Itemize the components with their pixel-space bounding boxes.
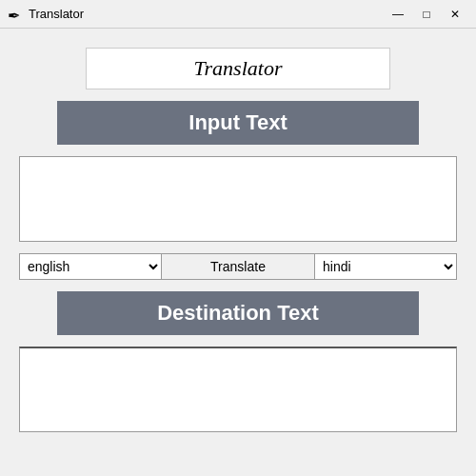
dest-language-select[interactable]: hindi english french spanish german — [314, 253, 457, 280]
input-header: Input Text — [57, 101, 419, 145]
maximize-button[interactable]: □ — [413, 4, 440, 25]
controls-row: english french spanish german chinese Tr… — [19, 253, 457, 280]
minimize-button[interactable]: — — [385, 4, 411, 25]
close-button[interactable]: ✕ — [442, 4, 468, 25]
translate-button[interactable]: Translate — [162, 253, 314, 280]
output-textarea[interactable] — [19, 347, 457, 432]
title-bar: ✒ Translator — □ ✕ — [0, 0, 476, 29]
title-bar-title: Translator — [29, 7, 84, 21]
title-bar-left: ✒ Translator — [8, 7, 84, 22]
source-language-select[interactable]: english french spanish german chinese — [19, 253, 162, 280]
app-content: Translator Input Text english french spa… — [0, 29, 476, 451]
output-header: Destination Text — [57, 291, 419, 335]
title-bar-controls: — □ ✕ — [385, 4, 468, 25]
input-textarea[interactable] — [19, 156, 457, 242]
app-icon: ✒ — [8, 7, 23, 22]
app-title: Translator — [86, 48, 390, 89]
